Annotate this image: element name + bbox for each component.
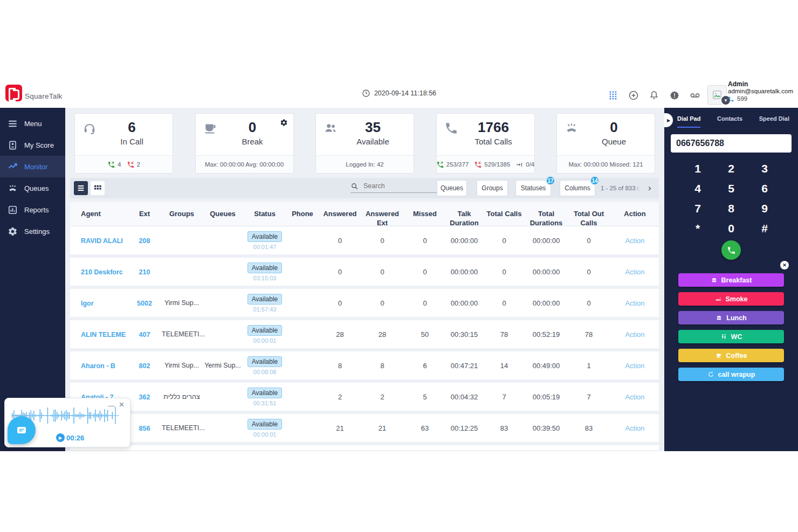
table-row: 856 TELEMEETI... Available 00:00:01 21 2…: [70, 414, 659, 442]
row-action-link[interactable]: Action: [625, 362, 644, 370]
agent-name-link[interactable]: ALIN TELEME: [81, 331, 126, 338]
agent-ext-link[interactable]: 856: [139, 425, 150, 432]
filter-button-columns[interactable]: Columns 14: [560, 180, 595, 196]
filter-button-statuses[interactable]: Statuses 17: [515, 180, 551, 196]
dialpad-key-4[interactable]: 4: [694, 182, 701, 195]
total-out-calls: 0: [567, 237, 611, 245]
card-footer: Max: 00:00:00 Missed: 121: [557, 155, 655, 173]
agent-name-link[interactable]: Igor: [81, 300, 94, 307]
grid-view-toggle[interactable]: [91, 181, 105, 195]
dialpad-grid-icon[interactable]: [607, 89, 618, 101]
column-header-status: Status: [244, 202, 286, 226]
agent-queues: Yermi Sup...: [202, 362, 244, 369]
card-label: Break: [217, 137, 288, 146]
prev-page-button[interactable]: ‹: [636, 183, 639, 194]
agent-ext-link[interactable]: 210: [139, 268, 150, 276]
dialpad-key-3[interactable]: 3: [761, 162, 768, 175]
row-action-link[interactable]: Action: [625, 299, 644, 307]
row-action-link[interactable]: Action: [625, 330, 644, 338]
total-calls: 0: [483, 237, 526, 245]
dialpad-key-0[interactable]: 0: [728, 222, 734, 235]
filter-button-queues[interactable]: Queues: [437, 180, 467, 196]
agent-status-cell: Available 01:57:43: [244, 294, 286, 313]
sidebar-item-menu[interactable]: Menu: [0, 113, 65, 134]
status-button-call-wrapup[interactable]: call wrapup: [678, 368, 784, 381]
chat-launcher-button[interactable]: [8, 416, 36, 444]
call-button[interactable]: [721, 240, 741, 260]
answered-count: 0: [319, 268, 361, 276]
phone-incoming-icon: [107, 161, 115, 169]
tab-dial-pad[interactable]: Dial Pad: [677, 115, 700, 128]
dialpad-key-hash[interactable]: #: [761, 222, 768, 235]
monitor-icon: [8, 162, 18, 172]
card-value: 0: [579, 119, 649, 136]
total-durations: 00:00:00: [526, 237, 567, 245]
card-footer-stat: 0/4: [515, 161, 534, 169]
dial-panel-tabs: Dial PadContactsSpeed Dial: [664, 108, 798, 128]
list-view-toggle[interactable]: [74, 181, 88, 195]
talk-duration: 00:30:15: [446, 330, 483, 338]
dialpad-key-7[interactable]: 7: [694, 202, 701, 215]
talk-duration: 00:00:00: [446, 268, 483, 276]
dialpad-key-6[interactable]: 6: [761, 182, 768, 195]
agent-groups: צהרים כללית: [162, 393, 202, 400]
user-email: admin@squaretalk.com: [728, 88, 793, 95]
card-value: 0: [217, 119, 288, 136]
table-row: Igor 5002 Yirmi Sup... Available 01:57:4…: [70, 289, 659, 317]
status-button-breakfast[interactable]: Breakfast: [678, 273, 784, 287]
transfer-arrow-icon: [515, 161, 524, 169]
next-page-button[interactable]: ›: [648, 183, 651, 194]
card-footer-text: Logged In: 42: [346, 161, 383, 168]
missed-count: 50: [404, 330, 446, 338]
play-icon[interactable]: ▶: [56, 433, 65, 442]
status-button-wc[interactable]: WC: [678, 330, 784, 343]
sidebar-item-my-score[interactable]: My Score: [0, 134, 65, 156]
agent-ext-link[interactable]: 208: [139, 237, 150, 245]
sidebar-item-reports[interactable]: Reports: [0, 199, 65, 220]
column-header-total-calls: Total Calls: [483, 202, 526, 226]
row-action-link[interactable]: Action: [625, 237, 644, 245]
search-input[interactable]: [362, 182, 445, 190]
total-out-calls: 0: [567, 299, 611, 307]
filter-button-groups[interactable]: Groups: [477, 180, 508, 196]
sidebar-item-monitor[interactable]: Monitor: [0, 156, 65, 177]
agent-name-link[interactable]: Aharon - B: [81, 362, 115, 370]
agent-ext-link[interactable]: 802: [139, 362, 150, 370]
notifications-icon[interactable]: [648, 89, 659, 101]
row-action-link[interactable]: Action: [625, 268, 644, 276]
tab-speed-dial[interactable]: Speed Dial: [759, 115, 789, 128]
total-calls: 78: [483, 330, 526, 338]
logo: SquareTalk: [5, 85, 63, 101]
total-calls: 83: [483, 424, 526, 432]
dialpad-key-8[interactable]: 8: [728, 202, 734, 215]
status-button-smoke[interactable]: Smoke: [678, 292, 784, 306]
agent-name-link[interactable]: RAVID ALALI: [81, 237, 123, 245]
close-player-icon[interactable]: ✕: [119, 400, 125, 409]
alerts-gear-icon[interactable]: [669, 89, 680, 101]
voicemail-icon[interactable]: [689, 89, 700, 101]
dialpad-key-star[interactable]: *: [696, 222, 700, 235]
status-button-lunch[interactable]: Lunch: [678, 311, 784, 324]
minimize-player-icon[interactable]: —: [108, 402, 115, 410]
dialpad-key-1[interactable]: 1: [694, 162, 701, 175]
user-extension: 599: [728, 95, 793, 102]
close-statuses-button[interactable]: ✕: [780, 261, 789, 270]
filter-badge: 17: [546, 176, 555, 185]
sidebar-item-queues[interactable]: Queues: [0, 177, 65, 199]
dialpad-key-2[interactable]: 2: [728, 162, 734, 175]
status-button-coffee[interactable]: Coffee: [678, 349, 784, 362]
agent-ext-link[interactable]: 407: [139, 331, 150, 338]
agent-ext-link[interactable]: 5002: [137, 300, 152, 307]
tab-contacts[interactable]: Contacts: [717, 115, 742, 128]
user-info[interactable]: Admin admin@squaretalk.com 599: [728, 81, 793, 102]
dialpad-key-5[interactable]: 5: [728, 182, 734, 195]
sidebar-item-settings[interactable]: Settings: [0, 220, 65, 242]
add-circle-icon[interactable]: [628, 89, 639, 101]
agent-name-link[interactable]: 210 Deskforc: [81, 268, 123, 276]
row-action-link[interactable]: Action: [625, 424, 644, 432]
row-action-link[interactable]: Action: [625, 393, 644, 401]
stat-card-total-calls: 1766 Total Calls 253/377 529/1385 0/4: [436, 113, 535, 174]
dial-number-input[interactable]: [671, 134, 792, 153]
dialpad-key-9[interactable]: 9: [761, 202, 768, 215]
agent-ext-link[interactable]: 362: [139, 393, 150, 401]
